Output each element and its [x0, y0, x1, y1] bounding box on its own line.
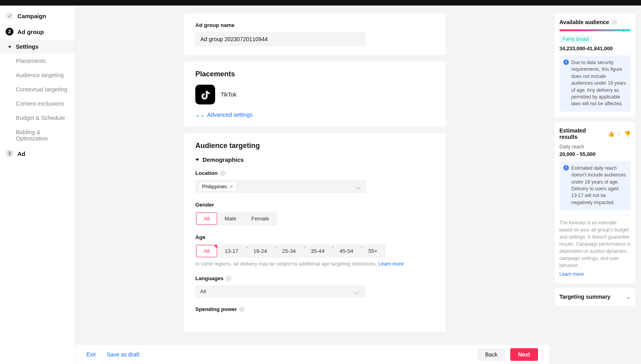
sidebar-item-placements[interactable]: Placements	[0, 54, 75, 68]
chevron-down-icon	[354, 288, 359, 294]
adgroup-name-card: Ad group name	[184, 13, 446, 55]
daily-reach-label: Daily reach	[559, 144, 631, 150]
spending-power-field: Spending power	[195, 306, 435, 312]
languages-select[interactable]: All	[195, 285, 366, 298]
age-35-44[interactable]: 35-44	[303, 245, 332, 257]
adgroup-name-input[interactable]	[195, 32, 366, 46]
gender-segment: All Male Female	[195, 212, 277, 226]
audience-range: 34,233,000-41,841,000	[559, 46, 631, 51]
age-18-24[interactable]: 18-24	[246, 245, 275, 257]
sidebar-item-audience[interactable]: Audience targeting	[0, 68, 75, 82]
info-icon[interactable]	[612, 19, 617, 25]
languages-field: Languages All	[195, 275, 435, 298]
adgroup-name-label: Ad group name	[195, 22, 435, 28]
info-icon[interactable]	[226, 276, 231, 281]
save-draft-link[interactable]: Save as draft	[107, 351, 139, 358]
languages-label: Languages	[195, 275, 435, 281]
expand-icon[interactable]: ⌄	[626, 294, 631, 300]
next-button[interactable]: Next	[510, 348, 538, 361]
sidebar-item-settings[interactable]: Settings	[0, 40, 75, 54]
gender-male[interactable]: Male	[217, 212, 244, 225]
top-bar	[0, 0, 641, 6]
gender-field: Gender All Male Female	[195, 202, 435, 226]
info-icon[interactable]	[220, 171, 225, 176]
chevron-down-icon	[355, 184, 361, 189]
placements-card: Placements TikTok ⌄⌄ Advanced settings	[184, 61, 446, 127]
daily-reach-value: 20,000 - 55,000	[559, 151, 631, 157]
estimated-results-card: Estimated results 👍 | 👎 Daily reach 20,0…	[555, 122, 635, 283]
sidebar: Campaign 2 Ad group Settings Placements …	[0, 6, 75, 364]
exit-link[interactable]: Exit	[86, 351, 95, 358]
age-segment: All 13-17 18-24 25-34 35-44 45-54 55+	[195, 244, 386, 258]
reach-note: i Estimated daily reach doesn't include …	[559, 161, 631, 210]
demographics-toggle[interactable]: Demographics	[195, 156, 435, 163]
thumbs-down-icon[interactable]: 👎	[624, 131, 631, 137]
sidebar-item-label: Audience targeting	[16, 72, 64, 78]
link-label: Advanced settings	[207, 112, 252, 118]
sidebar-item-label: Contextual targeting	[16, 86, 67, 93]
step-number-icon: 2	[6, 28, 13, 36]
remove-chip-icon[interactable]: ✕	[229, 184, 233, 190]
back-button[interactable]: Back	[477, 348, 506, 361]
location-field: Location Philippines ✕	[195, 170, 435, 193]
sidebar-item-label: Budget & Schedule	[16, 115, 65, 121]
estimated-title: Estimated results	[559, 127, 605, 140]
age-25-34[interactable]: 25-34	[275, 245, 303, 257]
location-chip: Philippines ✕	[198, 182, 237, 191]
available-audience-title: Available audience	[559, 19, 609, 25]
sidebar-item-label: Bidding & Optimization	[16, 129, 48, 142]
available-audience-card: Available audience Fairly broad 34,233,0…	[555, 13, 635, 117]
age-45-54[interactable]: 45-54	[332, 245, 361, 257]
age-55plus[interactable]: 55+	[361, 245, 385, 257]
spending-power-label: Spending power	[195, 306, 435, 312]
demographics-label: Demographics	[202, 156, 244, 163]
check-icon	[6, 12, 13, 20]
right-panel: Available audience Fairly broad 34,233,0…	[555, 6, 641, 364]
sidebar-item-label: Placements	[16, 58, 46, 64]
forecast-note: The forecast is an estimate based on you…	[559, 215, 631, 278]
step-label: Campaign	[17, 13, 46, 19]
placement-tiktok: TikTok	[195, 85, 435, 104]
main-content: Ad group name Placements TikTok	[75, 6, 555, 364]
info-icon[interactable]	[239, 307, 245, 312]
sidebar-item-budget[interactable]: Budget & Schedule	[0, 111, 75, 125]
step-label: Ad group	[17, 28, 44, 35]
chip-label: Philippines	[202, 184, 227, 190]
location-label: Location	[195, 170, 435, 176]
step-adgroup[interactable]: 2 Ad group	[0, 24, 75, 40]
targeting-summary-label: Targeting summary	[559, 294, 610, 300]
forecast-learn-more-link[interactable]: Learn more	[559, 271, 631, 278]
age-all[interactable]: All	[196, 245, 217, 257]
sidebar-item-label: Content exclusions	[16, 100, 65, 107]
advanced-settings-link[interactable]: ⌄⌄ Advanced settings	[195, 112, 435, 118]
audience-card: Audience targeting Demographics Location…	[184, 133, 446, 332]
location-select[interactable]: Philippines ✕	[195, 180, 366, 193]
step-campaign[interactable]: Campaign	[0, 8, 75, 24]
age-label: Age	[195, 234, 435, 240]
gender-label: Gender	[195, 202, 435, 208]
sidebar-item-contextual[interactable]: Contextual targeting	[0, 82, 75, 97]
tiktok-icon	[195, 85, 215, 104]
age-learn-more-link[interactable]: Learn more	[378, 261, 404, 267]
step-number-icon: 3	[6, 150, 13, 157]
thumbs-up-icon[interactable]: 👍	[608, 131, 614, 137]
gender-female[interactable]: Female	[244, 212, 277, 225]
languages-value: All	[200, 288, 206, 294]
targeting-summary-card[interactable]: Targeting summary ⌄	[555, 288, 635, 305]
age-13-17[interactable]: 13-17	[217, 245, 246, 257]
caret-down-icon	[195, 159, 199, 161]
step-ad[interactable]: 3 Ad	[0, 146, 75, 161]
age-hint: In some regions, ad delivery may be subj…	[195, 261, 435, 267]
sidebar-item-content-exclusions[interactable]: Content exclusions	[0, 97, 75, 111]
info-icon: i	[563, 59, 569, 65]
sidebar-item-bidding[interactable]: Bidding & Optimization	[0, 125, 75, 146]
footer-bar: Exit Save as draft Back Next	[75, 344, 549, 364]
step-label: Ad	[17, 150, 25, 157]
age-field: Age All 13-17 18-24 25-34 35-44 45-54 55…	[195, 234, 435, 267]
sidebar-item-label: Settings	[16, 44, 38, 50]
gender-all[interactable]: All	[196, 212, 217, 225]
security-note: i Due to data security requirements, thi…	[559, 55, 631, 112]
placement-label: TikTok	[221, 91, 237, 98]
info-icon: i	[563, 165, 569, 171]
audience-title: Audience targeting	[195, 142, 435, 150]
